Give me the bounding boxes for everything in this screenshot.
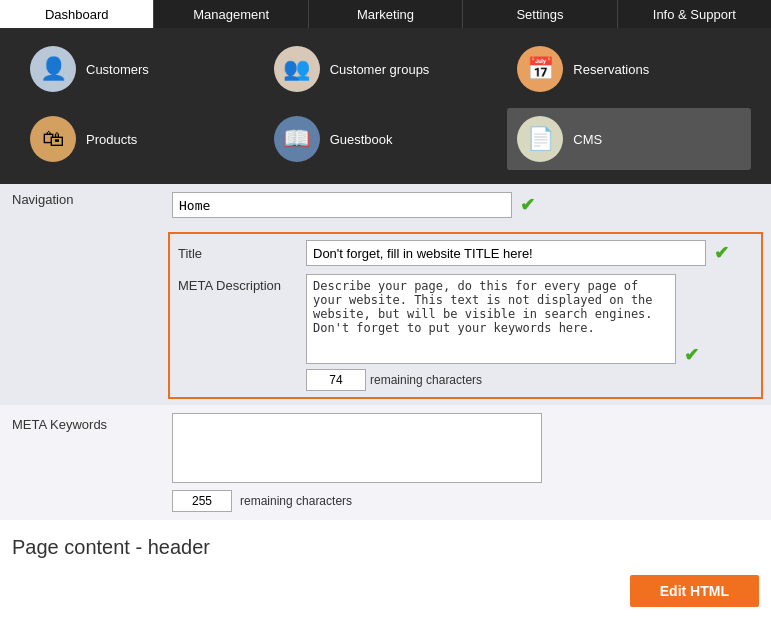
menu-item-customer-groups[interactable]: 👥 Customer groups — [264, 38, 508, 100]
nav-dashboard[interactable]: Dashboard — [0, 0, 154, 28]
main-content: Navigation ✔ Title — [0, 184, 771, 619]
title-meta-row: Title ✔ META Description Describe your p… — [0, 226, 771, 405]
guestbook-icon: 📖 — [274, 116, 320, 162]
keywords-remaining-label: remaining characters — [240, 494, 352, 508]
title-label: Title — [178, 246, 298, 261]
nav-marketing[interactable]: Marketing — [309, 0, 463, 28]
orange-section: Title ✔ META Description Describe your p… — [168, 232, 763, 399]
navigation-input[interactable] — [172, 192, 512, 218]
title-sub-row: Title ✔ — [178, 240, 753, 266]
meta-keywords-textarea[interactable] — [172, 413, 542, 483]
keywords-label: META Keywords — [0, 405, 160, 520]
navigation-value-cell: ✔ — [160, 184, 771, 226]
meta-desc-check: ✔ — [684, 344, 699, 366]
keywords-char-count — [172, 490, 232, 512]
customers-label: Customers — [86, 62, 149, 77]
meta-desc-content: Describe your page, do this for every pa… — [306, 274, 676, 391]
menu-item-reservations[interactable]: 📅 Reservations — [507, 38, 751, 100]
nav-info-support-label: Info & Support — [653, 7, 736, 22]
meta-desc-sub-row: META Description Describe your page, do … — [178, 274, 753, 391]
edit-html-btn-row: Edit HTML — [0, 567, 771, 619]
meta-desc-char-count — [306, 369, 366, 391]
nav-dashboard-label: Dashboard — [45, 7, 109, 22]
cms-icon: 📄 — [517, 116, 563, 162]
reservations-label: Reservations — [573, 62, 649, 77]
form-table: Navigation ✔ Title — [0, 184, 771, 520]
customer-groups-label: Customer groups — [330, 62, 430, 77]
nav-management[interactable]: Management — [154, 0, 308, 28]
nav-settings[interactable]: Settings — [463, 0, 617, 28]
meta-desc-chars-row: remaining characters — [306, 369, 676, 391]
top-navigation: Dashboard Management Marketing Settings … — [0, 0, 771, 28]
title-check: ✔ — [714, 242, 729, 264]
products-label: Products — [86, 132, 137, 147]
title-input[interactable] — [306, 240, 706, 266]
nav-settings-label: Settings — [516, 7, 563, 22]
nav-management-label: Management — [193, 7, 269, 22]
navigation-row: Navigation ✔ — [0, 184, 771, 226]
edit-html-button[interactable]: Edit HTML — [630, 575, 759, 607]
cms-label: CMS — [573, 132, 602, 147]
menu-item-guestbook[interactable]: 📖 Guestbook — [264, 108, 508, 170]
customer-groups-icon: 👥 — [274, 46, 320, 92]
nav-marketing-label: Marketing — [357, 7, 414, 22]
navigation-check: ✔ — [520, 194, 535, 216]
meta-desc-label: META Description — [178, 274, 298, 293]
menu-item-products[interactable]: 🛍 Products — [20, 108, 264, 170]
nav-info-support[interactable]: Info & Support — [618, 0, 771, 28]
keywords-value-cell: remaining characters — [160, 405, 771, 520]
menu-item-cms[interactable]: 📄 CMS — [507, 108, 751, 170]
dropdown-menu: 👤 Customers 👥 Customer groups 📅 Reservat… — [0, 28, 771, 184]
page-content-header: Page content - header — [0, 520, 771, 567]
reservations-icon: 📅 — [517, 46, 563, 92]
products-icon: 🛍 — [30, 116, 76, 162]
keywords-chars-row: remaining characters — [172, 490, 759, 512]
guestbook-label: Guestbook — [330, 132, 393, 147]
menu-item-customers[interactable]: 👤 Customers — [20, 38, 264, 100]
meta-desc-textarea[interactable]: Describe your page, do this for every pa… — [306, 274, 676, 364]
navigation-label: Navigation — [0, 184, 160, 226]
keywords-row: META Keywords remaining characters — [0, 405, 771, 520]
meta-desc-remaining-label: remaining characters — [370, 373, 482, 387]
customers-icon: 👤 — [30, 46, 76, 92]
